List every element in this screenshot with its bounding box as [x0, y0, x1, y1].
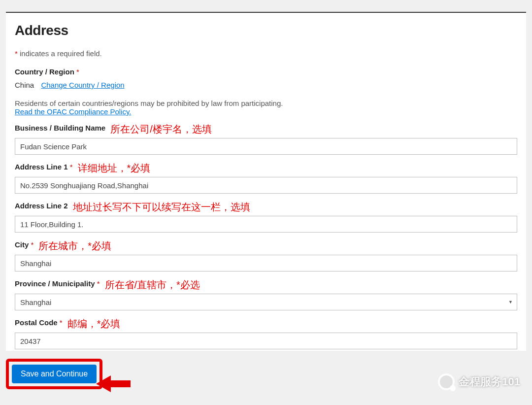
- address-line-1-input[interactable]: [15, 177, 517, 194]
- country-label: Country / Region *: [15, 68, 79, 76]
- city-annotation: 所在城市，*必填: [38, 239, 111, 253]
- required-field-note: * indicates a required field.: [15, 49, 517, 58]
- address-line-2-annotation: 地址过长写不下可以续写在这一栏，选填: [73, 201, 250, 214]
- address-form-card: Address * indicates a required field. Co…: [6, 12, 526, 351]
- province-group: Province / Municipality * 所在省/直辖市，*必选 Sh…: [15, 278, 517, 310]
- watermark: 金程服务101: [438, 373, 520, 390]
- address-line-1-group: Address Line 1 * 详细地址，*必填: [15, 162, 517, 194]
- address-line-1-label: Address Line 1 *: [15, 163, 73, 171]
- province-label: Province / Municipality *: [15, 279, 100, 288]
- highlight-frame: Save and Continue: [6, 359, 102, 389]
- svg-marker-0: [96, 375, 131, 392]
- ofac-policy-link[interactable]: Read the OFAC Compliance Policy.: [15, 107, 132, 116]
- city-group: City * 所在城市，*必填: [15, 239, 517, 271]
- postal-code-input[interactable]: [15, 333, 517, 349]
- save-and-continue-button[interactable]: Save and Continue: [12, 365, 97, 383]
- arrow-icon: [96, 371, 131, 396]
- address-line-2-input[interactable]: [15, 216, 517, 233]
- compliance-text: Residents of certain countries/regions m…: [15, 99, 517, 107]
- country-region-block: Country / Region * China Change Country …: [15, 68, 517, 89]
- section-title: Address: [15, 23, 517, 38]
- form-footer: Save and Continue 金程服务101: [0, 351, 532, 405]
- change-country-link[interactable]: Change Country / Region: [41, 81, 124, 89]
- address-line-1-annotation: 详细地址，*必填: [78, 162, 151, 175]
- postal-code-annotation: 邮编，*必填: [67, 317, 121, 331]
- compliance-block: Residents of certain countries/regions m…: [15, 99, 517, 116]
- business-name-group: Business / Building Name 所在公司/楼宇名，选填: [15, 123, 517, 155]
- postal-code-group: Postal Code * 邮编，*必填: [15, 317, 517, 349]
- address-line-2-label: Address Line 2: [15, 202, 68, 210]
- province-annotation: 所在省/直辖市，*必选: [105, 278, 200, 292]
- wechat-icon: [438, 373, 455, 390]
- postal-code-label: Postal Code *: [15, 318, 63, 327]
- province-select[interactable]: Shanghai: [15, 294, 517, 310]
- business-name-label: Business / Building Name: [15, 124, 105, 132]
- watermark-text: 金程服务101: [459, 374, 520, 389]
- city-label: City *: [15, 240, 33, 249]
- city-input[interactable]: [15, 255, 517, 271]
- business-name-input[interactable]: [15, 138, 517, 155]
- address-line-2-group: Address Line 2 地址过长写不下可以续写在这一栏，选填: [15, 201, 517, 233]
- business-name-annotation: 所在公司/楼宇名，选填: [110, 123, 212, 136]
- country-value: China: [15, 81, 34, 89]
